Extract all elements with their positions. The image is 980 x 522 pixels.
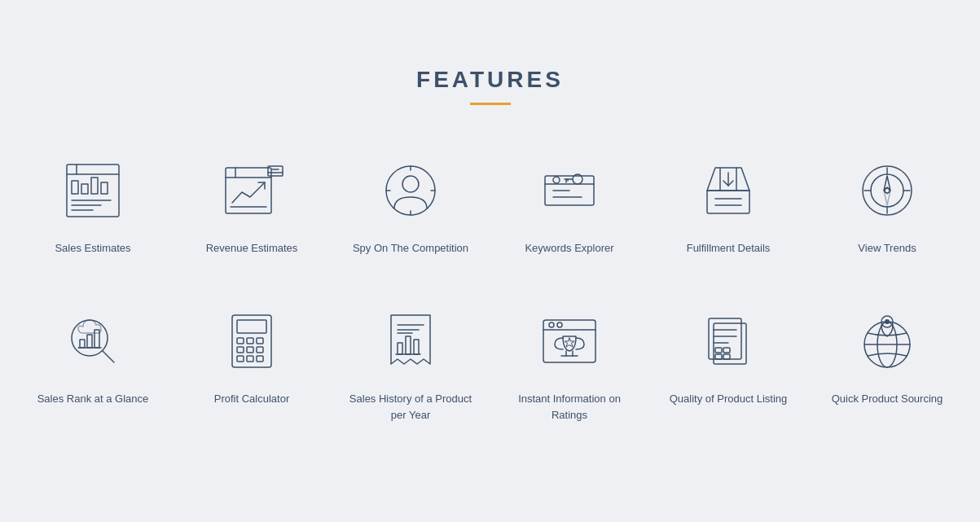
svg-rect-62 xyxy=(237,356,244,362)
feature-quick-sourcing: Quick Product Sourcing xyxy=(812,288,963,439)
feature-fulfillment: Fulfillment Details xyxy=(653,138,804,273)
svg-rect-51 xyxy=(87,335,92,348)
feature-profit-calculator: Profit Calculator xyxy=(177,288,327,439)
svg-rect-57 xyxy=(247,338,253,344)
revenue-estimates-label: Revenue Estimates xyxy=(206,240,298,257)
svg-point-46 xyxy=(885,188,890,193)
svg-point-17 xyxy=(386,166,435,215)
feature-view-trends: View Trends xyxy=(812,138,963,273)
svg-line-49 xyxy=(103,351,114,362)
sales-history-label: Sales History of a Product per Year xyxy=(344,391,478,423)
svg-rect-5 xyxy=(91,178,98,194)
svg-point-47 xyxy=(871,174,903,207)
profit-calculator-label: Profit Calculator xyxy=(214,391,289,407)
svg-rect-67 xyxy=(406,336,411,354)
svg-point-75 xyxy=(557,322,562,327)
view-trends-label: View Trends xyxy=(858,240,916,257)
keywords-explorer-icon xyxy=(533,154,606,227)
feature-sales-rank: Sales Rank at a Glance xyxy=(18,288,169,439)
quick-sourcing-label: Quick Product Sourcing xyxy=(832,391,943,407)
svg-rect-68 xyxy=(414,340,419,354)
svg-rect-32 xyxy=(707,191,749,213)
revenue-estimates-icon xyxy=(215,154,288,227)
spy-competition-icon xyxy=(374,154,447,227)
svg-rect-60 xyxy=(247,347,253,353)
feature-keywords-explorer: Keywords Explorer xyxy=(494,138,645,273)
feature-sales-history: Sales History of a Product per Year xyxy=(336,288,486,439)
sales-estimates-icon xyxy=(56,154,130,227)
feature-quality-listing: Quality of Product Listing xyxy=(653,288,804,439)
svg-rect-3 xyxy=(72,181,78,194)
svg-rect-58 xyxy=(257,338,263,344)
quality-listing-label: Quality of Product Listing xyxy=(670,391,788,407)
svg-point-18 xyxy=(402,176,419,192)
svg-rect-50 xyxy=(80,340,85,348)
svg-rect-63 xyxy=(247,356,253,362)
svg-rect-66 xyxy=(398,343,402,354)
profit-calculator-icon xyxy=(215,305,288,378)
page-wrapper: FEATURES Sales Estimates xyxy=(0,34,980,489)
svg-rect-86 xyxy=(723,348,730,353)
sales-history-icon xyxy=(374,305,447,378)
svg-point-93 xyxy=(885,319,890,324)
svg-rect-59 xyxy=(237,347,244,353)
fulfillment-label: Fulfillment Details xyxy=(687,240,771,257)
instant-ratings-icon xyxy=(533,305,606,378)
svg-rect-6 xyxy=(101,182,108,194)
features-grid: Sales Estimates Revenue Estimates xyxy=(18,138,963,440)
svg-rect-64 xyxy=(257,356,263,362)
header-underline xyxy=(470,103,511,105)
page-title: FEATURES xyxy=(16,67,964,93)
feature-instant-ratings: Instant Information on Ratings xyxy=(494,288,645,439)
quality-listing-icon xyxy=(692,305,765,378)
svg-rect-54 xyxy=(232,315,271,367)
svg-rect-88 xyxy=(723,354,730,359)
svg-point-74 xyxy=(549,322,554,327)
svg-rect-4 xyxy=(81,184,88,194)
fulfillment-icon xyxy=(692,154,765,227)
feature-revenue-estimates: Revenue Estimates xyxy=(177,138,327,273)
sales-rank-label: Sales Rank at a Glance xyxy=(37,391,149,407)
svg-point-25 xyxy=(553,177,560,183)
svg-marker-79 xyxy=(565,338,574,347)
sales-rank-icon xyxy=(56,305,130,378)
instant-ratings-label: Instant Information on Ratings xyxy=(503,391,637,423)
svg-rect-55 xyxy=(237,320,266,333)
svg-rect-87 xyxy=(715,354,722,359)
svg-rect-61 xyxy=(257,347,263,353)
svg-rect-85 xyxy=(715,348,722,353)
svg-point-48 xyxy=(72,320,108,356)
quick-sourcing-icon xyxy=(850,305,924,378)
svg-rect-56 xyxy=(237,338,244,344)
keywords-explorer-label: Keywords Explorer xyxy=(525,240,613,257)
spy-competition-label: Spy On The Competition xyxy=(353,240,468,257)
view-trends-icon xyxy=(850,154,924,227)
feature-spy-competition: Spy On The Competition xyxy=(336,138,486,273)
svg-rect-0 xyxy=(67,164,119,217)
feature-sales-estimates: Sales Estimates xyxy=(18,138,169,273)
sales-estimates-label: Sales Estimates xyxy=(55,240,130,257)
header: FEATURES xyxy=(16,67,964,105)
